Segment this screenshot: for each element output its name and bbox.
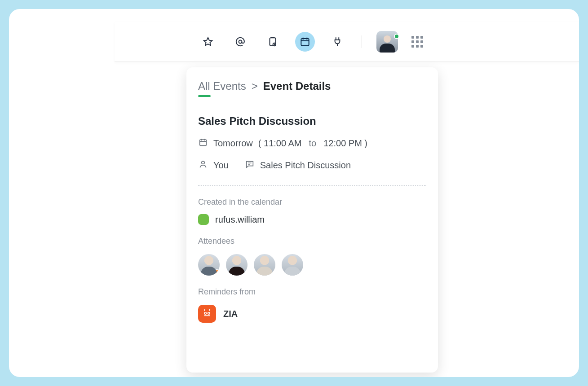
calendar-small-icon — [198, 137, 208, 149]
mention-icon[interactable] — [230, 32, 250, 52]
apps-grid-icon[interactable] — [411, 35, 424, 48]
calendar-icon[interactable] — [295, 32, 315, 52]
plug-icon[interactable] — [327, 32, 347, 52]
svg-point-5 — [202, 161, 204, 164]
attendee-avatar[interactable] — [198, 254, 220, 276]
host-badge-icon — [213, 269, 220, 276]
svg-point-0 — [239, 40, 242, 43]
reminder-source-name: ZIA — [223, 309, 238, 319]
breadcrumb-current: Event Details — [263, 80, 331, 92]
top-toolbar — [115, 22, 579, 62]
svg-rect-3 — [301, 38, 309, 45]
chat-icon — [245, 159, 255, 171]
attendee-avatar[interactable] — [254, 254, 275, 276]
presence-indicator — [394, 34, 399, 39]
event-time-to: to — [309, 138, 317, 149]
calendar-color-chip — [198, 214, 209, 225]
zia-icon — [198, 305, 216, 323]
svg-point-7 — [208, 312, 210, 314]
clipboard-clock-icon[interactable] — [263, 32, 283, 52]
breadcrumb-separator: > — [252, 80, 258, 92]
divider — [198, 185, 426, 186]
event-title: Sales Pitch Discussion — [198, 115, 426, 127]
calendar-section-label: Created in the calendar — [198, 197, 426, 207]
breadcrumb-root[interactable]: All Events — [198, 80, 246, 92]
event-chat[interactable]: Sales Pitch Discussion — [260, 160, 351, 171]
breadcrumb-underline — [198, 95, 211, 97]
star-icon[interactable] — [198, 32, 218, 52]
app-frame: All Events > Event Details Sales Pitch D… — [9, 9, 579, 377]
reminders-section-label: Reminders from — [198, 287, 426, 297]
toolbar-divider — [362, 35, 362, 48]
event-date: Tomorrow — [213, 138, 253, 149]
attendees-section-label: Attendees — [198, 237, 426, 246]
person-icon — [198, 159, 208, 171]
svg-point-6 — [204, 312, 206, 314]
attendee-avatar[interactable] — [226, 254, 248, 276]
event-time-end: 12:00 PM ) — [323, 138, 367, 149]
event-time-start: ( 11:00 AM — [258, 138, 302, 149]
attendee-avatar[interactable] — [282, 254, 303, 276]
calendar-owner-row[interactable]: rufus.william — [198, 214, 426, 225]
event-host: You — [213, 160, 229, 171]
svg-rect-4 — [200, 140, 207, 145]
reminder-source-row[interactable]: ZIA — [198, 305, 426, 323]
event-host-row: You Sales Pitch Discussion — [198, 159, 426, 171]
event-details-panel: All Events > Event Details Sales Pitch D… — [186, 67, 438, 373]
event-time-row: Tomorrow ( 11:00 AM to 12:00 PM ) — [198, 137, 426, 149]
attendees-row — [198, 254, 426, 276]
breadcrumb: All Events > Event Details — [198, 80, 426, 92]
profile-avatar[interactable] — [376, 31, 398, 53]
calendar-owner-name: rufus.william — [215, 215, 265, 225]
